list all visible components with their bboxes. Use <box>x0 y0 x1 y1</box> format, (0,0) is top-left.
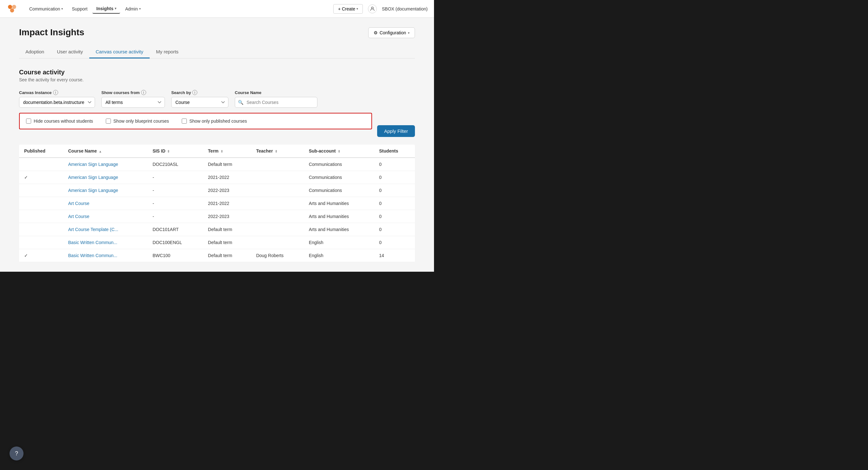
nav-insights[interactable]: Insights ▾ <box>92 4 120 14</box>
cell-sis-id: - <box>148 197 203 210</box>
cell-sis-id: - <box>148 184 203 197</box>
search-input[interactable] <box>235 97 317 108</box>
cell-course-name[interactable]: American Sign Language <box>63 184 148 197</box>
cell-sub-account: Communications <box>304 171 374 184</box>
cell-course-name[interactable]: Art Course <box>63 197 148 210</box>
hide-courses-checkbox-label[interactable]: Hide courses without students <box>26 119 93 124</box>
section-title: Course activity <box>19 69 415 76</box>
nav-communication[interactable]: Communication ▾ <box>25 4 67 13</box>
cell-course-name[interactable]: Art Course Template (C... <box>63 223 148 236</box>
col-sis-id[interactable]: SIS ID ⇕ <box>148 145 203 158</box>
cell-sub-account: Arts and Humanities <box>304 210 374 223</box>
col-term[interactable]: Term ⇕ <box>203 145 251 158</box>
cell-term: Default term <box>203 236 251 249</box>
cell-published <box>19 184 63 197</box>
nav-admin[interactable]: Admin ▾ <box>121 4 145 13</box>
cell-teacher <box>251 236 304 249</box>
cell-course-name[interactable]: Basic Written Commun... <box>63 249 148 262</box>
chevron-down-icon: ▾ <box>115 7 116 10</box>
tab-my-reports[interactable]: My reports <box>150 46 185 59</box>
sort-icon: ⇕ <box>338 150 340 153</box>
hide-courses-checkbox[interactable] <box>26 119 31 124</box>
main-content: Impact Insights ⚙ Configuration ▾ Adopti… <box>0 18 434 272</box>
cell-students: 0 <box>374 171 415 184</box>
search-input-wrap: 🔍 <box>235 97 415 108</box>
nav-items: Communication ▾ Support Insights ▾ Admin… <box>25 4 326 14</box>
create-button[interactable]: + Create ▾ <box>333 4 363 14</box>
cell-students: 0 <box>374 236 415 249</box>
cell-teacher <box>251 223 304 236</box>
cell-published <box>19 236 63 249</box>
published-courses-checkbox[interactable] <box>182 119 187 124</box>
course-link[interactable]: American Sign Language <box>68 175 118 180</box>
table-header-row: Published Course Name ▲ SIS ID ⇕ Term ⇕ <box>19 145 415 158</box>
page-title: Impact Insights <box>19 27 84 37</box>
apply-filter-button[interactable]: Apply Filter <box>377 125 415 137</box>
canvas-instance-filter: Canvas Instance i documentation.beta.ins… <box>19 90 95 108</box>
user-avatar[interactable] <box>368 4 377 13</box>
cell-teacher <box>251 158 304 171</box>
cell-students: 14 <box>374 249 415 262</box>
table-row: American Sign Language DOC210ASL Default… <box>19 158 415 171</box>
search-by-select[interactable]: Course <box>171 97 228 108</box>
tab-user-activity[interactable]: User activity <box>51 46 89 59</box>
logo[interactable] <box>6 3 18 14</box>
canvas-instance-label: Canvas Instance i <box>19 90 95 95</box>
course-link[interactable]: Basic Written Commun... <box>68 240 118 245</box>
canvas-instance-select[interactable]: documentation.beta.instructure <box>19 97 95 108</box>
col-course-name[interactable]: Course Name ▲ <box>63 145 148 158</box>
cell-published <box>19 197 63 210</box>
blueprint-courses-checkbox-label[interactable]: Show only blueprint courses <box>106 119 169 124</box>
info-icon[interactable]: i <box>192 90 197 95</box>
col-teacher[interactable]: Teacher ⇕ <box>251 145 304 158</box>
cell-sis-id: - <box>148 171 203 184</box>
cell-term: Default term <box>203 249 251 262</box>
cell-term: Default term <box>203 158 251 171</box>
cell-teacher <box>251 197 304 210</box>
course-table-wrap: Published Course Name ▲ SIS ID ⇕ Term ⇕ <box>19 145 415 262</box>
checkbox-row: Hide courses without students Show only … <box>19 113 372 129</box>
cell-students: 0 <box>374 210 415 223</box>
cell-sub-account: Communications <box>304 184 374 197</box>
course-link[interactable]: American Sign Language <box>68 162 118 167</box>
nav-support[interactable]: Support <box>68 4 91 13</box>
col-sub-account[interactable]: Sub-account ⇕ <box>304 145 374 158</box>
cell-course-name[interactable]: Art Course <box>63 210 148 223</box>
course-link[interactable]: Basic Written Commun... <box>68 253 118 258</box>
tab-canvas-course-activity[interactable]: Canvas course activity <box>89 46 150 59</box>
info-icon[interactable]: i <box>53 90 58 95</box>
col-students: Students <box>374 145 415 158</box>
cell-course-name[interactable]: Basic Written Commun... <box>63 236 148 249</box>
cell-sub-account: English <box>304 249 374 262</box>
cell-published <box>19 158 63 171</box>
svg-point-3 <box>371 7 373 9</box>
course-link[interactable]: Art Course <box>68 214 90 219</box>
table-row: Basic Written Commun... DOC100ENGL Defau… <box>19 236 415 249</box>
account-name: SBOX (documentation) <box>382 6 428 11</box>
tab-adoption[interactable]: Adoption <box>19 46 51 59</box>
cell-sis-id: - <box>148 210 203 223</box>
table-row: Art Course - 2022-2023 Arts and Humaniti… <box>19 210 415 223</box>
col-published: Published <box>19 145 63 158</box>
configuration-button[interactable]: ⚙ Configuration ▾ <box>368 27 415 38</box>
cell-term: Default term <box>203 223 251 236</box>
course-link[interactable]: Art Course <box>68 201 90 206</box>
info-icon[interactable]: i <box>141 90 146 95</box>
cell-teacher: Doug Roberts <box>251 249 304 262</box>
blueprint-courses-checkbox[interactable] <box>106 119 111 124</box>
chevron-down-icon: ▾ <box>61 7 63 10</box>
cell-course-name[interactable]: American Sign Language <box>63 171 148 184</box>
course-link[interactable]: Art Course Template (C... <box>68 227 119 232</box>
cell-students: 0 <box>374 158 415 171</box>
cell-sub-account: Communications <box>304 158 374 171</box>
show-courses-select[interactable]: All terms <box>101 97 165 108</box>
section-subtitle: See the activity for every course. <box>19 77 415 82</box>
course-link[interactable]: American Sign Language <box>68 188 118 193</box>
cell-published <box>19 223 63 236</box>
table-row: Art Course - 2021-2022 Arts and Humaniti… <box>19 197 415 210</box>
filter-controls-row: Hide courses without students Show only … <box>19 113 415 137</box>
sort-asc-icon: ▲ <box>99 150 102 153</box>
cell-students: 0 <box>374 197 415 210</box>
cell-course-name[interactable]: American Sign Language <box>63 158 148 171</box>
published-courses-checkbox-label[interactable]: Show only published courses <box>182 119 247 124</box>
